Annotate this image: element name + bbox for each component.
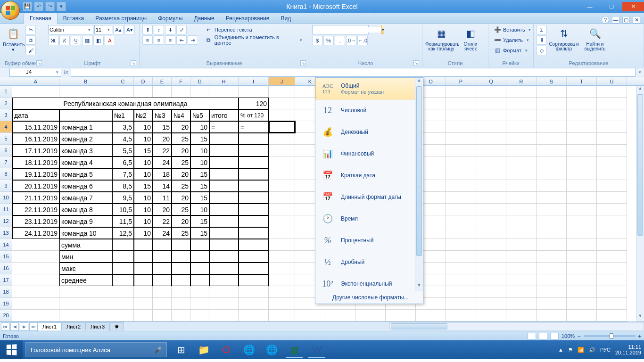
cell[interactable] (567, 274, 597, 286)
cell[interactable] (506, 156, 537, 168)
cell[interactable] (190, 86, 209, 98)
numfmt-currency[interactable]: 💰 Денежный (315, 121, 423, 143)
task-app-word[interactable]: W (305, 340, 328, 359)
cell[interactable] (12, 274, 59, 286)
cell[interactable] (506, 310, 537, 321)
clipboard-launcher-icon[interactable]: ↘ (36, 60, 42, 66)
cell[interactable] (506, 145, 537, 156)
zoom-in-icon[interactable]: + (638, 333, 641, 339)
fx-icon[interactable]: fx (61, 69, 71, 75)
cell[interactable]: 24 (153, 227, 172, 239)
cell[interactable] (567, 156, 597, 168)
cell[interactable] (567, 204, 597, 215)
cell[interactable] (537, 109, 567, 121)
name-box[interactable]: ▾ (9, 68, 61, 77)
clear-icon[interactable]: ◇ (537, 46, 547, 55)
cell[interactable] (537, 98, 567, 109)
paste-button[interactable]: 📋 Вставить ▾ (3, 25, 24, 52)
cell[interactable] (209, 239, 239, 251)
numfmt-number[interactable]: 12 Числовой (315, 99, 423, 121)
align-bottom-icon[interactable]: ⬇ (165, 25, 175, 34)
tray-language[interactable]: РУС (600, 347, 611, 353)
cell[interactable] (506, 215, 537, 227)
tab-page-layout[interactable]: Разметка страницы (90, 13, 152, 24)
cell[interactable]: команда 5 (59, 168, 112, 180)
format-painter-icon[interactable]: 🖌 (25, 46, 36, 55)
cell[interactable] (597, 274, 627, 286)
cell[interactable] (446, 98, 476, 109)
decrease-decimal-icon[interactable]: ←.0 (357, 36, 368, 45)
cell[interactable]: 14 (153, 180, 172, 192)
wrap-text-button[interactable]: ↵Перенос текста (203, 25, 306, 34)
cell-styles-button[interactable]: ◧ Стили ячеек (459, 25, 482, 51)
zoom-slider[interactable] (584, 335, 636, 337)
grow-font-icon[interactable]: A▴ (113, 25, 124, 34)
cell[interactable]: 10,5 (112, 204, 134, 215)
increase-decimal-icon[interactable]: .0→ (346, 36, 356, 45)
cell[interactable] (209, 145, 239, 156)
cell[interactable]: 15 (190, 227, 209, 239)
col-header[interactable]: I (239, 77, 269, 85)
cell[interactable] (476, 180, 506, 192)
sheet-tab-2[interactable]: Лист2 (61, 322, 86, 330)
cell[interactable] (537, 286, 567, 298)
tray-volume-icon[interactable]: 🔊 (589, 347, 595, 353)
cell[interactable]: 5,5 (112, 145, 134, 156)
fill-icon[interactable]: ⬇ (537, 35, 547, 45)
sheet-nav-first-icon[interactable]: ⏮ (1, 322, 9, 331)
cell[interactable]: 10 (190, 121, 209, 133)
grid-horizontal-scrollbar[interactable] (389, 322, 644, 330)
cell[interactable] (416, 310, 446, 321)
cell[interactable] (506, 204, 537, 215)
cell[interactable] (476, 251, 506, 263)
cell[interactable]: макс (59, 263, 112, 274)
cell[interactable] (190, 251, 209, 263)
font-name-combo[interactable]: ▾ (48, 25, 93, 34)
col-header[interactable]: T (567, 77, 597, 85)
cell[interactable]: сумма (59, 239, 112, 251)
col-header[interactable]: F (172, 77, 190, 85)
cell[interactable] (172, 298, 190, 310)
tab-data[interactable]: Данные (188, 13, 220, 24)
ribbon-restore-icon[interactable]: ▢ (622, 16, 630, 24)
cell[interactable]: = (239, 121, 269, 133)
align-left-icon[interactable]: ≡ (142, 35, 153, 45)
cell[interactable] (295, 310, 325, 321)
cell[interactable] (597, 98, 627, 109)
grid-vertical-scrollbar[interactable]: ▲▼ (636, 86, 644, 321)
cell[interactable]: 10 (134, 121, 153, 133)
cell[interactable] (209, 180, 239, 192)
col-header[interactable]: B (59, 77, 112, 85)
cell[interactable]: 15 (190, 133, 209, 145)
cell[interactable]: 25 (172, 133, 190, 145)
cell[interactable]: 10 (134, 215, 153, 227)
format-cells-button[interactable]: ▥Формат▾ (491, 46, 535, 55)
sheet-tab-3[interactable]: Лист3 (85, 322, 110, 330)
tab-formulas[interactable]: Формулы (152, 13, 188, 24)
task-app-taskview[interactable]: ⊞ (170, 340, 192, 359)
cut-icon[interactable]: ✂ (25, 25, 36, 34)
cell[interactable] (476, 168, 506, 180)
cell[interactable]: 15 (190, 168, 209, 180)
cell[interactable]: №3 (153, 109, 172, 121)
cell[interactable] (506, 286, 537, 298)
cell[interactable] (597, 239, 627, 251)
cell[interactable] (269, 286, 295, 298)
cell[interactable]: 10 (134, 204, 153, 215)
cell[interactable] (134, 251, 153, 263)
view-page-layout-icon[interactable] (539, 333, 547, 339)
cell[interactable] (172, 251, 190, 263)
cell[interactable] (597, 180, 627, 192)
cell[interactable] (134, 274, 153, 286)
cell[interactable]: 15.11.2019 (12, 121, 59, 133)
cell[interactable] (537, 133, 567, 145)
cell[interactable] (112, 298, 134, 310)
cell[interactable] (134, 239, 153, 251)
cell[interactable] (597, 227, 627, 239)
cell[interactable] (567, 286, 597, 298)
cell[interactable] (537, 215, 567, 227)
cell[interactable]: 20 (172, 121, 190, 133)
cell[interactable] (446, 145, 476, 156)
tab-view[interactable]: Вид (275, 13, 297, 24)
cell[interactable] (269, 192, 295, 204)
